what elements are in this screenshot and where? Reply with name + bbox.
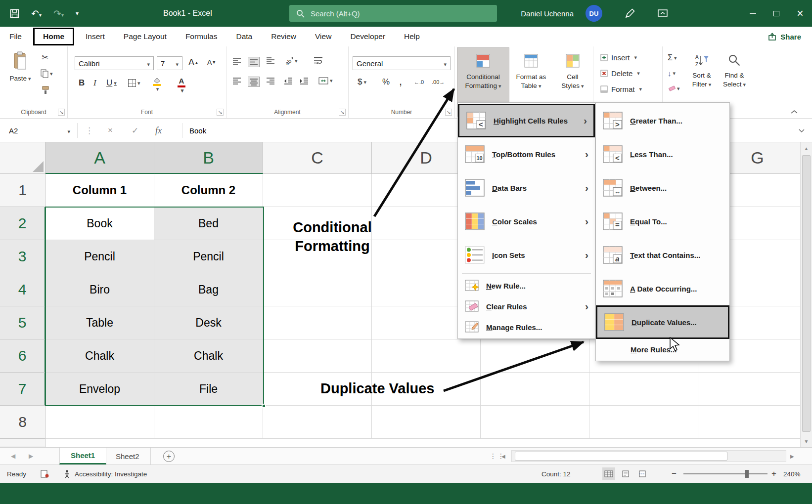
close-button[interactable]: × <box>788 0 812 27</box>
insert-function-icon[interactable]: fx <box>155 123 162 138</box>
sheet-tab-sheet1[interactable]: Sheet1 <box>59 448 106 464</box>
menu-item-data-bars[interactable]: Data Bars › <box>458 171 595 205</box>
tab-review[interactable]: Review <box>262 27 306 46</box>
row-header-3[interactable]: 3 <box>0 240 45 273</box>
horizontal-scrollbar[interactable] <box>511 450 786 462</box>
row-header-2[interactable]: 2 <box>0 207 45 240</box>
name-box-dropdown-icon[interactable] <box>66 126 70 135</box>
horizontal-scroll-thumb[interactable] <box>515 452 727 461</box>
orientation-icon[interactable]: ab <box>284 56 298 65</box>
bold-button[interactable]: B <box>79 78 85 88</box>
align-center-icon[interactable] <box>248 77 259 86</box>
copy-button[interactable] <box>41 69 53 78</box>
menu-item-equal-to[interactable]: = Equal To... <box>596 205 729 238</box>
menu-item-between[interactable]: ↔ Between... <box>596 171 729 205</box>
tab-formulas[interactable]: Formulas <box>176 27 227 46</box>
minimize-button[interactable] <box>741 0 765 27</box>
new-sheet-button[interactable]: + <box>163 451 175 462</box>
scroll-down-icon[interactable]: ▼ <box>801 435 812 447</box>
tab-page-layout[interactable]: Page Layout <box>114 27 176 46</box>
cell-C4[interactable] <box>263 273 372 306</box>
tab-home[interactable]: Home <box>33 28 74 45</box>
cell-B5[interactable]: Desk <box>154 306 263 339</box>
column-header-A[interactable]: A <box>45 142 154 174</box>
column-header-B[interactable]: B <box>154 142 263 174</box>
paste-button[interactable]: Paste <box>6 49 35 107</box>
align-left-icon[interactable] <box>232 77 241 84</box>
merge-center-icon[interactable] <box>318 77 333 84</box>
menu-item-highlight-cells-rules[interactable]: < Highlight Cells Rules › <box>458 104 595 137</box>
tab-developer[interactable]: Developer <box>341 27 395 46</box>
row-header-4[interactable]: 4 <box>0 273 45 306</box>
row-header-5[interactable]: 5 <box>0 306 45 339</box>
font-name-combo[interactable]: Calibri <box>75 56 154 70</box>
row-header-1[interactable]: 1 <box>0 174 45 207</box>
hscroll-left-icon[interactable]: ◀ <box>501 448 505 464</box>
sheet-tab-sheet2[interactable]: Sheet2 <box>105 448 151 464</box>
cell-F7[interactable] <box>589 373 698 406</box>
maximize-button[interactable] <box>765 0 788 27</box>
cell-F8[interactable] <box>589 406 698 439</box>
zoom-in-button[interactable]: + <box>771 465 776 483</box>
cell-A3[interactable]: Pencil <box>45 240 154 273</box>
currency-format-icon[interactable]: $ <box>358 77 366 87</box>
comma-format-icon[interactable]: , <box>399 75 402 88</box>
menu-item-a-date-occurring[interactable]: A Date Occurring... <box>596 272 729 305</box>
cell-B3[interactable]: Pencil <box>154 240 263 273</box>
zoom-level[interactable]: 240% <box>783 465 801 483</box>
cell-E7[interactable] <box>481 373 589 406</box>
share-button[interactable]: Share <box>768 29 801 44</box>
insert-cells-button[interactable]: Insert <box>600 53 637 62</box>
scroll-up-icon[interactable]: ▲ <box>801 142 812 154</box>
redo-icon[interactable]: ↷▾ <box>53 8 64 19</box>
column-header-C[interactable]: C <box>263 142 372 174</box>
font-color-button[interactable]: A <box>178 77 185 94</box>
cell-E8[interactable] <box>481 406 589 439</box>
cell-C5[interactable] <box>263 306 372 339</box>
percent-format-icon[interactable]: % <box>382 77 390 87</box>
italic-button[interactable]: I <box>93 78 96 88</box>
sheet-nav-right-icon[interactable]: ▶ <box>29 448 33 464</box>
borders-button[interactable] <box>128 79 140 87</box>
clear-icon[interactable] <box>668 85 680 92</box>
cell-B8[interactable] <box>154 406 263 439</box>
decrease-decimal-icon[interactable]: .00→ <box>432 79 445 85</box>
menu-item-less-than[interactable]: < Less Than... <box>596 137 729 171</box>
formula-bar-grip-icon[interactable]: ⋮ <box>85 123 93 138</box>
cell-G8[interactable] <box>698 406 812 439</box>
menu-item-color-scales[interactable]: Color Scales › <box>458 205 595 238</box>
row-header-9[interactable] <box>0 439 45 447</box>
menu-item-text-that-contains[interactable]: a Text that Contains... <box>596 238 729 272</box>
menu-item-clear-rules[interactable]: Clear Rules › <box>458 296 595 317</box>
status-count[interactable]: Count: 12 <box>541 465 571 483</box>
row-header-8[interactable]: 8 <box>0 406 45 439</box>
inking-pen-icon[interactable] <box>624 7 636 19</box>
fill-color-button[interactable] <box>153 77 161 92</box>
customize-qat-icon[interactable]: ▾ <box>76 10 79 17</box>
cell-G7[interactable] <box>698 373 812 406</box>
tab-file[interactable]: File <box>0 27 31 46</box>
vertical-scrollbar[interactable]: ▲ ▼ <box>800 142 812 447</box>
vertical-scroll-thumb[interactable] <box>802 155 811 432</box>
align-top-icon[interactable] <box>232 57 241 65</box>
autosum-icon[interactable]: Σ <box>668 53 677 62</box>
tab-view[interactable]: View <box>306 27 341 46</box>
active-cell-A2[interactable]: Book <box>45 207 154 240</box>
menu-item-duplicate-values[interactable]: Duplicate Values... <box>596 305 729 339</box>
save-icon[interactable] <box>10 9 19 18</box>
hscroll-right-icon[interactable]: ▶ <box>790 448 794 464</box>
cell-A1[interactable]: Column 1 <box>45 174 154 207</box>
cell-C1[interactable] <box>263 174 372 207</box>
normal-view-button[interactable] <box>602 467 615 480</box>
align-bottom-icon[interactable] <box>266 57 275 65</box>
name-box[interactable]: A2 <box>5 123 74 138</box>
font-size-combo[interactable]: 7 <box>157 56 182 70</box>
tab-data[interactable]: Data <box>226 27 262 46</box>
increase-font-icon[interactable]: A▲ <box>188 57 199 68</box>
cell-A8[interactable] <box>45 406 154 439</box>
ribbon-display-options-icon[interactable] <box>658 9 668 17</box>
user-name[interactable]: Daniel Uchenna <box>521 0 574 27</box>
undo-icon[interactable]: ↶▾ <box>31 8 42 19</box>
menu-item-manage-rules[interactable]: Manage Rules... <box>458 317 595 337</box>
cell-C8[interactable] <box>263 406 372 439</box>
